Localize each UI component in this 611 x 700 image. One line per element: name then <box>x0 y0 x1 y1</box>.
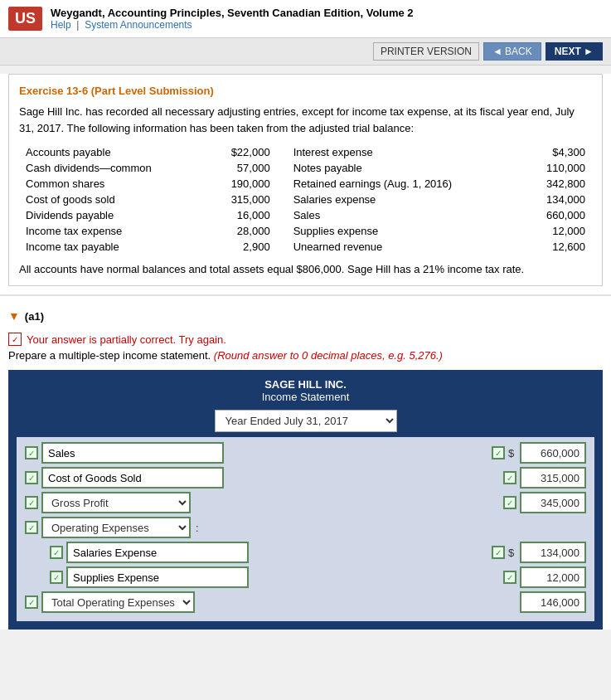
item-label: Accounts payable <box>19 144 206 160</box>
op-exp-checkbox[interactable]: ✓ <box>25 521 38 534</box>
operating-expenses-row: ✓ Operating Expenses Other Expenses Non-… <box>25 517 586 538</box>
item-label2: Sales <box>277 207 522 223</box>
gross-profit-amount-checkbox[interactable]: ✓ <box>503 496 516 509</box>
salaries-input[interactable] <box>66 542 249 563</box>
table-row: Cost of goods sold 315,000 Salaries expe… <box>19 192 592 207</box>
cogs-input[interactable] <box>41 467 224 489</box>
supplies-row: ✓ ✓ 12,000 <box>25 566 586 588</box>
page-header: US Weygandt, Accounting Principles, Seve… <box>0 0 611 38</box>
gross-profit-value: 345,000 <box>520 492 586 513</box>
supplies-checkbox[interactable]: ✓ <box>50 571 63 584</box>
colon: : <box>196 522 199 534</box>
item-label: Income tax payable <box>19 239 206 255</box>
operating-expenses-select[interactable]: Operating Expenses Other Expenses Non-op… <box>41 517 191 538</box>
statement-title: Income Statement <box>17 391 594 403</box>
header-info: Weygandt, Accounting Principles, Seventh… <box>51 7 603 31</box>
item-label: Income tax expense <box>19 223 206 239</box>
cogs-value: 315,000 <box>520 467 586 489</box>
item-label: Cost of goods sold <box>19 192 206 207</box>
item-label2: Salaries expense <box>277 192 522 207</box>
salaries-row: ✓ ✓ $ 134,000 <box>25 542 586 563</box>
status-row: ✓ Your answer is partially correct. Try … <box>8 328 603 349</box>
table-row: Income tax payable 2,900 Unearned revenu… <box>19 239 592 255</box>
item-label2: Supplies expense <box>277 223 522 239</box>
cogs-checkbox[interactable]: ✓ <box>25 471 38 484</box>
sales-value: 660,000 <box>520 442 586 464</box>
sales-amount-checkbox[interactable]: ✓ <box>492 446 505 459</box>
help-link[interactable]: Help <box>51 19 71 31</box>
prepare-note: (Round answer to 0 decimal places, e.g. … <box>214 349 443 362</box>
total-op-exp-row: ✓ Total Operating Expenses Total Expense… <box>25 591 586 613</box>
period-select[interactable]: Year Ended July 31, 2017 Year Ended July… <box>215 410 397 432</box>
item-value2: 12,000 <box>521 223 592 239</box>
exercise-title: Exercise 13-6 (Part Level Submission) <box>19 85 592 97</box>
gross-profit-row: ✓ Gross Profit Net Sales Operating Incom… <box>25 492 586 513</box>
is-body: ✓ ✓ $ 660,000 ✓ ✓ 315,000 ✓ <box>17 437 594 621</box>
status-text: Your answer is partially correct. Try ag… <box>27 333 226 346</box>
item-value2: 12,600 <box>521 239 592 255</box>
collapse-icon: ▼ <box>8 309 20 323</box>
item-value: 315,000 <box>206 192 277 207</box>
printer-version-button[interactable]: PRINTER VERSION <box>373 42 479 61</box>
company-name: SAGE HILL INC. <box>17 378 594 391</box>
table-row: Cash dividends—common 57,000 Notes payab… <box>19 160 592 176</box>
income-statement-container: SAGE HILL INC. Income Statement Year End… <box>8 370 603 630</box>
table-row: Dividends payable 16,000 Sales 660,000 <box>19 207 592 223</box>
back-button[interactable]: ◄ BACK <box>483 42 541 61</box>
partial-correct-icon: ✓ <box>8 333 22 346</box>
header-links: Help | System Announcements <box>51 19 603 31</box>
gross-profit-checkbox[interactable]: ✓ <box>25 496 38 509</box>
item-value: 2,900 <box>206 239 277 255</box>
total-op-exp-checkbox[interactable]: ✓ <box>25 595 38 609</box>
collapsible-header[interactable]: ▼ (a1) <box>8 304 603 328</box>
item-value: 16,000 <box>206 207 277 223</box>
item-value2: 342,800 <box>521 176 592 192</box>
answer-section: ▼ (a1) ✓ Your answer is partially correc… <box>8 304 603 630</box>
item-value: $22,000 <box>206 144 277 160</box>
item-value2: 134,000 <box>521 192 592 207</box>
note-text: All accounts have normal balances and to… <box>19 263 592 275</box>
book-title: Weygandt, Accounting Principles, Seventh… <box>51 7 603 19</box>
total-op-exp-value: 146,000 <box>520 591 586 613</box>
cogs-row: ✓ ✓ 315,000 <box>25 467 586 489</box>
total-op-exp-select[interactable]: Total Operating Expenses Total Expenses … <box>41 591 195 613</box>
sales-dollar: $ <box>508 447 516 459</box>
item-label2: Retained earnings (Aug. 1, 2016) <box>277 176 522 192</box>
salaries-amount-checkbox[interactable]: ✓ <box>492 546 505 559</box>
logo: US <box>8 7 42 31</box>
gross-profit-select[interactable]: Gross Profit Net Sales Operating Income <box>41 492 191 513</box>
supplies-input[interactable] <box>66 566 249 588</box>
item-label: Common shares <box>19 176 206 192</box>
item-value2: 660,000 <box>521 207 592 223</box>
salaries-value: 134,000 <box>520 542 586 563</box>
sales-checkbox[interactable]: ✓ <box>25 446 38 459</box>
section-label: (a1) <box>25 310 44 323</box>
item-value2: $4,300 <box>521 144 592 160</box>
table-row: Common shares 190,000 Retained earnings … <box>19 176 592 192</box>
item-label2: Unearned revenue <box>277 239 522 255</box>
data-table: Accounts payable $22,000 Interest expens… <box>19 144 592 255</box>
table-row: Accounts payable $22,000 Interest expens… <box>19 144 592 160</box>
sales-input[interactable] <box>41 442 224 464</box>
item-label2: Interest expense <box>277 144 522 160</box>
main-content: Exercise 13-6 (Part Level Submission) Sa… <box>0 74 611 630</box>
item-label: Dividends payable <box>19 207 206 223</box>
supplies-amount-checkbox[interactable]: ✓ <box>503 571 516 584</box>
item-value: 190,000 <box>206 176 277 192</box>
announcements-link[interactable]: System Announcements <box>85 19 192 31</box>
item-label2: Notes payable <box>277 160 522 176</box>
item-value: 28,000 <box>206 223 277 239</box>
next-button[interactable]: NEXT ► <box>546 42 603 61</box>
table-row: Income tax expense 28,000 Supplies expen… <box>19 223 592 239</box>
supplies-value: 12,000 <box>520 566 586 588</box>
prepare-text: Prepare a multiple-step income statement… <box>8 349 603 362</box>
exercise-description: Sage Hill Inc. has recorded all necessar… <box>19 104 592 136</box>
salaries-checkbox[interactable]: ✓ <box>50 546 63 559</box>
item-label: Cash dividends—common <box>19 160 206 176</box>
cogs-amount-checkbox[interactable]: ✓ <box>503 471 516 484</box>
sales-row: ✓ ✓ $ 660,000 <box>25 442 586 464</box>
salaries-dollar: $ <box>508 547 516 559</box>
item-value2: 110,000 <box>521 160 592 176</box>
toolbar: PRINTER VERSION ◄ BACK NEXT ► <box>0 38 611 66</box>
item-value: 57,000 <box>206 160 277 176</box>
